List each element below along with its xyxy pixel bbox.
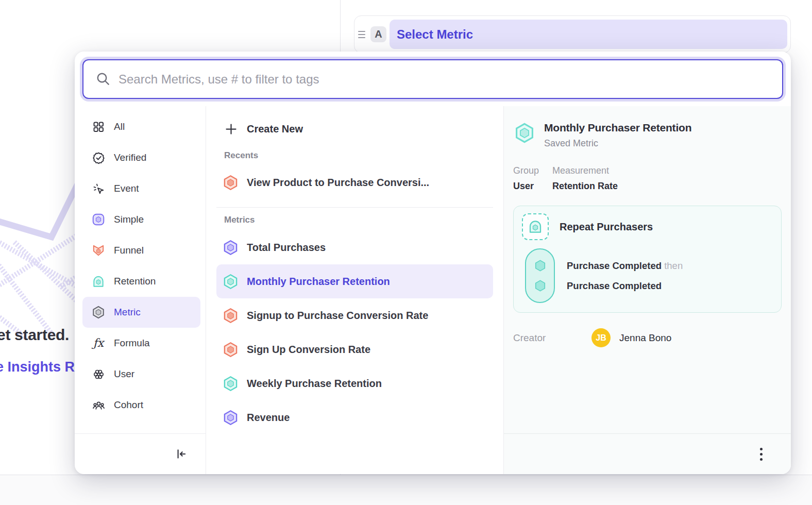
metric-name: View Product to Purchase Conversi...: [247, 177, 429, 189]
sidebar-item-metric[interactable]: Metric: [82, 297, 200, 328]
funnel-metric-icon: [92, 244, 105, 257]
field-label: Measurement: [552, 165, 618, 176]
recents-section-label: Recents: [224, 150, 493, 161]
retention-metric-icon: [223, 377, 239, 390]
simple-metric-icon: [92, 213, 105, 226]
sidebar-item-label: Cohort: [114, 399, 143, 411]
sidebar-item-cohort[interactable]: Cohort: [82, 390, 200, 420]
metric-name: Total Purchases: [247, 242, 326, 254]
select-metric-pill[interactable]: Select Metric: [390, 20, 787, 49]
detail-subtitle: Saved Metric: [544, 138, 691, 149]
field-value: User: [513, 181, 539, 192]
metric-list-column: Create New Recents View Product to Purch…: [206, 106, 504, 474]
sidebar-item-label: Formula: [114, 338, 150, 349]
list-divider: [216, 207, 493, 208]
sidebar-item-funnel[interactable]: Funnel: [82, 235, 200, 266]
cohort-icon: [92, 398, 105, 412]
retention-definition-icon: [522, 213, 549, 240]
field-label: Group: [513, 165, 539, 176]
metric-query-row: A Select Metric: [354, 15, 791, 53]
sidebar-item-label: Metric: [114, 307, 141, 318]
metric-name: Signup to Purchase Conversion Rate: [247, 310, 428, 322]
collapse-sidebar-button[interactable]: [171, 444, 191, 464]
sidebar-item-verified[interactable]: Verified: [82, 142, 200, 173]
field-value: Retention Rate: [552, 181, 618, 192]
metric-item-total-purchases[interactable]: Total Purchases: [216, 230, 493, 264]
sidebar-item-label: Retention: [114, 276, 156, 287]
metric-item-signup-to-purchase-conversion-rate[interactable]: Signup to Purchase Conversion Rate: [216, 298, 493, 332]
metric-item-monthly-purchaser-retention[interactable]: Monthly Purchaser Retention: [216, 264, 493, 298]
recent-metric-item[interactable]: View Product to Purchase Conversi...: [216, 166, 493, 199]
funnel-metric-icon: [223, 309, 239, 322]
creator-row: Creator JB Jenna Bono: [513, 328, 783, 347]
definition-step-1: Purchase Completed then: [567, 260, 683, 272]
sidebar-item-label: User: [114, 368, 134, 380]
retention-metric-icon: [223, 275, 239, 288]
metric-hexagon-icon: [92, 306, 105, 319]
search-bar-container: [75, 52, 791, 106]
plus-icon: [224, 122, 238, 136]
sidebar-item-simple[interactable]: Simple: [82, 204, 200, 235]
definition-title: Repeat Purchasers: [560, 221, 653, 233]
sidebar-item-label: Simple: [114, 214, 144, 225]
funnel-metric-icon: [223, 176, 239, 189]
metric-name: Revenue: [247, 412, 290, 424]
funnel-metric-icon: [223, 343, 239, 356]
sidebar-item-label: Verified: [114, 152, 146, 163]
simple-metric-icon: [223, 241, 239, 254]
background-headline-fragment: et started.: [0, 326, 69, 344]
background-bottom-strip: [0, 475, 812, 505]
create-new-button[interactable]: Create New: [216, 114, 493, 143]
metric-name: Monthly Purchaser Retention: [247, 276, 390, 288]
sidebar-item-formula[interactable]: ƒx Formula: [82, 328, 200, 359]
background-insights-link-fragment[interactable]: e Insights Re: [0, 359, 82, 375]
create-new-label: Create New: [247, 123, 303, 135]
creator-label: Creator: [513, 332, 591, 344]
drag-handle-icon[interactable]: [358, 31, 367, 38]
sidebar-item-user[interactable]: User: [82, 359, 200, 390]
metric-name: Weekly Purchase Retention: [247, 378, 382, 390]
formula-icon: ƒx: [92, 336, 105, 350]
retention-steps-capsule: [525, 248, 555, 303]
step-hexagon-icon: [533, 259, 547, 273]
retention-metric-icon: [513, 122, 536, 149]
metric-definition-card: Repeat Purchasers Purchase Completed: [513, 206, 782, 313]
user-icon: [92, 367, 105, 381]
sidebar-item-retention[interactable]: Retention: [82, 266, 200, 297]
creator-name: Jenna Bono: [619, 332, 671, 344]
sidebar-footer: [75, 433, 206, 474]
metric-name: Sign Up Conversion Rate: [247, 344, 370, 356]
retention-metric-icon: [92, 275, 105, 288]
definition-step-2: Purchase Completed: [567, 280, 683, 292]
detail-title: Monthly Purchaser Retention: [544, 122, 691, 134]
sidebar-item-all[interactable]: All: [82, 111, 200, 142]
filter-sidebar: All Verified: [75, 106, 206, 474]
metric-item-sign-up-conversion-rate[interactable]: Sign Up Conversion Rate: [216, 332, 493, 366]
sidebar-item-event[interactable]: Event: [82, 173, 200, 204]
event-cursor-icon: [92, 182, 105, 195]
metrics-section-label: Metrics: [224, 215, 493, 225]
grid-icon: [92, 120, 105, 133]
sidebar-item-label: Funnel: [114, 245, 144, 256]
sidebar-item-label: Event: [114, 183, 139, 194]
step-connector: then: [664, 260, 683, 271]
metric-detail-panel: Monthly Purchaser Retention Saved Metric…: [504, 106, 791, 474]
collapse-left-icon: [174, 447, 188, 461]
detail-footer: [504, 433, 791, 474]
field-group: Group User: [513, 165, 539, 192]
field-measurement: Measurement Retention Rate: [552, 165, 618, 192]
metric-item-revenue[interactable]: Revenue: [216, 400, 493, 434]
metric-letter-badge: A: [370, 26, 386, 42]
verified-badge-icon: [92, 151, 105, 164]
simple-metric-icon: [223, 411, 239, 424]
step-hexagon-icon: [533, 279, 547, 293]
more-options-button[interactable]: [752, 445, 770, 463]
metric-item-weekly-purchase-retention[interactable]: Weekly Purchase Retention: [216, 366, 493, 400]
sidebar-item-label: All: [114, 121, 125, 132]
search-input[interactable]: [82, 59, 783, 99]
avatar: JB: [591, 328, 611, 347]
metric-picker-modal: All Verified: [75, 52, 791, 474]
